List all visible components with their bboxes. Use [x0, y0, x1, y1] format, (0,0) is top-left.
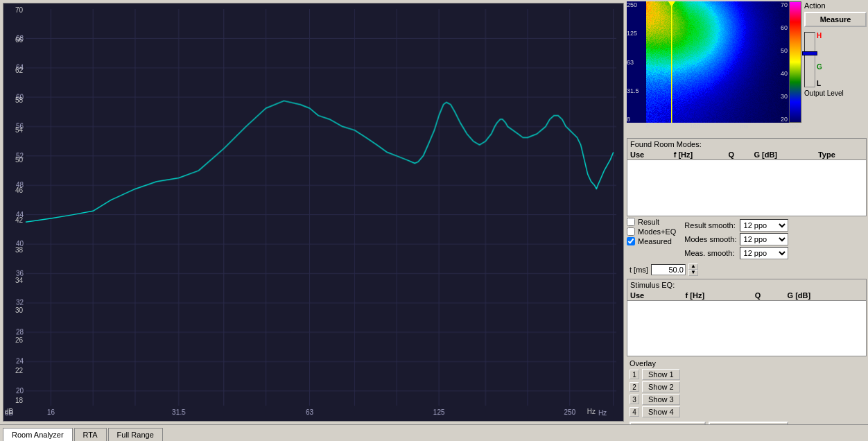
- modes-eq-checkbox-row[interactable]: Modes+EQ: [627, 227, 676, 236]
- overlay-show-2[interactable]: Show 2: [642, 381, 680, 392]
- modes-empty-row: [627, 160, 866, 216]
- spec-x-200: 200: [788, 123, 799, 130]
- stimulus-eq-title: Stimulus EQ:: [627, 279, 866, 291]
- level-g-label: G: [817, 63, 822, 71]
- spectrogram-x-labels: 0 100 ms 200: [627, 123, 801, 130]
- col-g: G [dB]: [751, 150, 815, 160]
- overlay-num-1[interactable]: 1: [630, 370, 639, 379]
- modes-eq-checkbox-label: Modes+EQ: [638, 227, 676, 236]
- measure-button[interactable]: Measure: [804, 12, 867, 27]
- tab-rta[interactable]: RTA: [74, 428, 107, 441]
- level-l-label: L: [817, 80, 822, 87]
- level-slider-thumb: [802, 51, 817, 55]
- seq-col-use: Use: [627, 291, 683, 301]
- color-scale-bar: [789, 1, 801, 123]
- overlay-row-2: 2 Show 2: [630, 381, 864, 392]
- tms-label: t [ms]: [630, 266, 648, 274]
- output-level-label: Output Level: [804, 89, 867, 97]
- modes-smooth-label: Modes smooth:: [684, 235, 736, 243]
- result-smooth-row: Result smooth: 12 ppo 1/3 oct 1/6 oct No…: [684, 219, 788, 232]
- stimulus-eq-section: Stimulus EQ: Use f [Hz] Q G [dB]: [627, 279, 867, 357]
- col-use: Use: [627, 150, 671, 160]
- modes-smooth-select[interactable]: 12 ppo 1/3 oct None: [740, 233, 788, 245]
- seq-col-freq: f [Hz]: [683, 291, 752, 301]
- spec-x-100: 100: [690, 123, 700, 130]
- measured-checkbox-label: Measured: [638, 237, 672, 245]
- right-panel: 250 125 63 31.5 8 0 100 ms 200: [625, 0, 868, 424]
- level-meter-track: [804, 32, 815, 87]
- spectrogram-section: 250 125 63 31.5 8 0 100 ms 200: [627, 1, 801, 137]
- seq-col-g: G [dB]: [785, 291, 866, 301]
- result-checkbox-label: Result: [638, 218, 659, 226]
- col-type: Type: [815, 150, 866, 160]
- chart-area: 70 66 62 58 54 50 46 42 38 34 30 26 22 1…: [3, 3, 624, 422]
- overlay-row-3: 3 Show 3: [630, 394, 864, 405]
- level-letters: H G L: [817, 32, 822, 87]
- stimulus-empty-cell: [627, 300, 866, 356]
- hz-axis-label: Hz: [587, 408, 596, 415]
- modes-smooth-row: Modes smooth: 12 ppo 1/3 oct None: [684, 233, 788, 245]
- tab-bar: Room Analyzer RTA Full Range: [0, 424, 868, 441]
- overlay-row-4: 4 Show 4: [630, 406, 864, 417]
- overlay-num-2[interactable]: 2: [630, 382, 639, 392]
- result-smooth-label: Result smooth:: [684, 221, 735, 230]
- found-room-modes-table: Use f [Hz] Q G [dB] Type: [627, 150, 866, 216]
- overlay-row-1: 1 Show 1: [630, 369, 864, 380]
- col-q: Q: [726, 150, 752, 160]
- meas-smooth-select[interactable]: 12 ppo 1/3 oct None: [740, 247, 788, 259]
- measured-checkbox[interactable]: [627, 237, 635, 245]
- found-room-modes-title: Found Room Modes:: [627, 139, 866, 150]
- tms-input[interactable]: [651, 264, 686, 275]
- tms-spin: ▲ ▼: [688, 263, 698, 276]
- tab-full-range[interactable]: Full Range: [108, 428, 163, 441]
- action-level-section: Action Measure H G: [804, 1, 867, 137]
- smooth-section: Result smooth: 12 ppo 1/3 oct 1/6 oct No…: [682, 218, 790, 261]
- stimulus-eq-table: Use f [Hz] Q G [dB]: [627, 291, 866, 356]
- tms-row: t [ms] ▲ ▼: [627, 262, 867, 277]
- found-room-modes-section: Found Room Modes: Use f [Hz] Q G [dB] Ty…: [627, 138, 867, 216]
- frequency-response-chart: [3, 3, 623, 421]
- level-meter-section: H G L: [804, 32, 867, 87]
- level-slider[interactable]: [804, 32, 815, 87]
- overlay-show-4[interactable]: Show 4: [642, 406, 680, 417]
- overlay-section: Overlay 1 Show 1 2 Show 2 3 Show 3: [627, 358, 867, 419]
- top-row: 250 125 63 31.5 8 0 100 ms 200: [627, 1, 867, 137]
- checkboxes-section: Result Modes+EQ Measured: [627, 218, 676, 245]
- spec-x-ms: ms: [740, 123, 748, 130]
- col-freq: f [Hz]: [671, 150, 726, 160]
- measured-checkbox-row[interactable]: Measured: [627, 237, 676, 245]
- modes-eq-checkbox[interactable]: [627, 227, 635, 236]
- top-area: 70 66 62 58 54 50 46 42 38 34 30 26 22 1…: [0, 0, 868, 424]
- result-checkbox[interactable]: [627, 218, 635, 226]
- meas-smooth-label: Meas. smooth:: [684, 249, 734, 257]
- stimulus-empty-row: [627, 300, 866, 356]
- main-container: 70 66 62 58 54 50 46 42 38 34 30 26 22 1…: [0, 0, 868, 441]
- modes-empty-cell: [627, 160, 866, 216]
- overlay-num-3[interactable]: 3: [630, 395, 639, 404]
- action-label: Action: [804, 1, 867, 10]
- meas-smooth-row: Meas. smooth: 12 ppo 1/3 oct None: [684, 247, 788, 259]
- checkboxes-smooth-row: Result Modes+EQ Measured Result smooth:: [627, 218, 867, 261]
- seq-col-q: Q: [752, 291, 785, 301]
- tab-room-analyzer[interactable]: Room Analyzer: [3, 428, 73, 441]
- level-h-label: H: [817, 32, 822, 40]
- tms-down-button[interactable]: ▼: [688, 270, 698, 276]
- overlay-label: Overlay: [630, 359, 864, 368]
- result-smooth-select[interactable]: 12 ppo 1/3 oct 1/6 oct None: [740, 219, 788, 232]
- overlay-show-1[interactable]: Show 1: [642, 369, 680, 380]
- overlay-buttons: 1 Show 1 2 Show 2 3 Show 3 4 Show 4: [630, 369, 864, 417]
- overlay-num-4[interactable]: 4: [630, 407, 639, 417]
- result-checkbox-row[interactable]: Result: [627, 218, 676, 226]
- overlay-show-3[interactable]: Show 3: [642, 394, 680, 405]
- db-axis-label: dB: [5, 408, 13, 415]
- spec-x-0: 0: [646, 123, 650, 130]
- spectrogram-canvas: [627, 1, 801, 123]
